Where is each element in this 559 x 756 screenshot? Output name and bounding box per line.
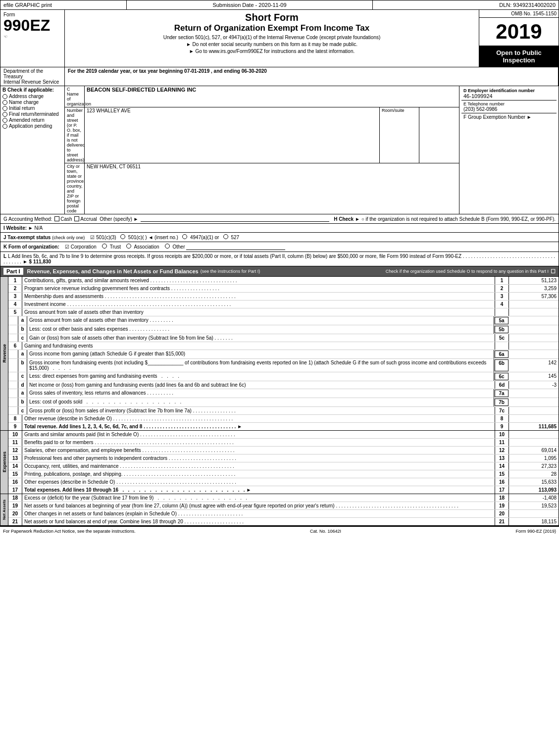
- website-row: I Website: ► N/A: [0, 224, 559, 233]
- row-3-desc: Membership dues and assessments . . . . …: [22, 293, 495, 300]
- row-1-num: 1: [8, 277, 22, 284]
- assoc-radio[interactable]: [126, 244, 131, 249]
- row-20: 20 Other changes in net assets or fund b…: [8, 510, 559, 518]
- row-7b-desc: Less: cost of goods sold . . . . . . . .…: [27, 398, 494, 406]
- row-6d-letter: d: [18, 381, 27, 389]
- row-6-spacer: [495, 342, 509, 350]
- address-field-label: Number and street (or P. O. box, if mail…: [65, 107, 85, 163]
- pending-radio[interactable]: [2, 124, 7, 129]
- ein-section: D Employer identification number 46-1099…: [461, 87, 557, 101]
- row-8-linenum: 8: [495, 415, 509, 422]
- page: efile GRAPHIC print Submission Date - 20…: [0, 0, 559, 756]
- check-items: Address charge Name charge Initial retur…: [2, 94, 62, 129]
- initial-radio[interactable]: [2, 106, 7, 111]
- trust-radio[interactable]: [102, 244, 107, 249]
- phone-section: E Telephone number (203) 562-0986: [461, 101, 557, 113]
- row-5b-letter: b: [18, 325, 27, 334]
- row-5-desc: Gross amount from sale of assets other t…: [22, 308, 495, 316]
- expenses-side-label: Expenses: [0, 431, 8, 494]
- row-4-amount: [509, 301, 559, 308]
- fgroup-arrow: ►: [527, 114, 532, 120]
- address-radio[interactable]: [2, 94, 7, 99]
- row-6b-letter: b: [18, 359, 27, 372]
- row-14-linenum: 14: [495, 462, 509, 470]
- row-9-linenum: 9: [495, 423, 509, 430]
- other-org-radio[interactable]: [165, 244, 170, 249]
- row-5-main: 5 Gross amount from sale of assets other…: [8, 308, 559, 316]
- row-5b: b Less: cost or other basis and sales ex…: [8, 325, 559, 334]
- row-5c-amount: [509, 334, 559, 342]
- footer: For Paperwork Reduction Act Notice, see …: [0, 526, 559, 536]
- row-5c-linenum: 5c: [495, 334, 509, 342]
- org-name-value: BEACON SELF-DIRECTED LEARNING INC: [85, 86, 459, 107]
- row-8-amount: [509, 415, 559, 422]
- tax-501c: 501(c)( ) ◄ (insert no.): [128, 235, 181, 240]
- row-13-desc: Professional fees and other payments to …: [22, 454, 495, 462]
- row-7b-letter: b: [18, 398, 27, 406]
- accrual-checkbox[interactable]: [74, 216, 79, 221]
- tax-527-radio[interactable]: [223, 234, 228, 239]
- amended-radio[interactable]: [2, 118, 7, 123]
- org-name-row: C Name of organization BEACON SELF-DIREC…: [65, 86, 459, 107]
- row-5b-amount: [509, 325, 559, 334]
- phone-value: (203) 562-0986: [463, 106, 555, 112]
- tax-row: J Tax-exempt status (check only one) ☑ 5…: [0, 233, 559, 242]
- tax-4947-radio[interactable]: [182, 234, 187, 239]
- row-5a-amount: [509, 316, 559, 325]
- row-19-num: 19: [8, 502, 22, 509]
- ein-label: D Employer identification number: [463, 88, 555, 93]
- row-5a: a Gross amount from sale of assets other…: [8, 316, 559, 325]
- row-21-linenum: 21: [495, 518, 509, 525]
- row-5c-indent: [8, 334, 18, 342]
- submission-date: Submission Date - 2020-11-09: [127, 0, 373, 9]
- row-20-desc: Other changes in net assets or fund bala…: [22, 510, 495, 517]
- row-13-num: 13: [8, 454, 22, 462]
- row-15-num: 15: [8, 470, 22, 478]
- row-8-desc: Other revenue (describe in Schedule O) .…: [22, 415, 495, 422]
- row-6c-indent: [8, 372, 18, 381]
- row-17-amount: 113,093: [509, 486, 559, 494]
- cash-checkbox[interactable]: [54, 216, 59, 221]
- row-7a: a Gross sales of inventory, less returns…: [8, 389, 559, 398]
- row-7a-amount: [509, 389, 559, 398]
- accrual-label: Accrual: [80, 216, 97, 222]
- ein-value: 46-1099924: [463, 93, 555, 99]
- dept-row: Department of the Treasury Internal Reve…: [0, 67, 559, 86]
- form-number-col: Form 990EZ ☜: [0, 10, 65, 67]
- fgroup-label: F Group Exemption Number: [463, 114, 525, 120]
- row-4-desc: Investment income . . . . . . . . . . . …: [22, 301, 495, 308]
- row-7b-amount: [509, 398, 559, 406]
- row-18-linenum: 18: [495, 494, 509, 502]
- row-6-amount: [509, 342, 559, 350]
- row-12-desc: Salaries, other compensation, and employ…: [22, 447, 495, 454]
- org-details-col: C Name of organization BEACON SELF-DIREC…: [65, 86, 459, 214]
- name-radio[interactable]: [2, 100, 7, 105]
- city-label: City or town, state or province, country…: [65, 163, 85, 214]
- row-16-linenum: 16: [495, 478, 509, 486]
- row-13: 13 Professional fees and other payments …: [8, 454, 559, 462]
- row-11-amount: [509, 439, 559, 446]
- revenue-rows: 1 Contributions, gifts, grants, and simi…: [8, 277, 559, 430]
- row-10-num: 10: [8, 431, 22, 438]
- check-section: B Check if applicable: Address charge Na…: [0, 86, 559, 214]
- row-5-num: 5: [8, 308, 22, 316]
- part-i-checkbox[interactable]: ☐: [551, 268, 556, 275]
- row-14-desc: Occupancy, rent, utilities, and maintena…: [22, 462, 495, 470]
- row-9: 9 Total revenue. Add lines 1, 2, 3, 4, 5…: [8, 423, 559, 430]
- final-radio[interactable]: [2, 112, 7, 117]
- row-11: 11 Benefits paid to or for members . . .…: [8, 439, 559, 447]
- schedule-o-note: Check if the organization used Schedule …: [386, 269, 549, 274]
- pending-label: Application pending: [9, 123, 52, 129]
- tax-501c3: ☑ 501(c)(3): [90, 235, 116, 240]
- row-7b-box: 7b: [495, 399, 508, 406]
- paperwork-notice: For Paperwork Reduction Act Notice, see …: [3, 529, 136, 534]
- row-5a-desc: Gross amount from sale of assets other t…: [27, 316, 494, 325]
- expenses-label: Expenses: [2, 452, 7, 472]
- tax-501c-radio[interactable]: [120, 234, 125, 239]
- row-2-linenum: 2: [495, 285, 509, 292]
- row-7c-amount: [509, 407, 559, 414]
- phone-label: E Telephone number: [463, 101, 555, 106]
- name-label: Name charge: [9, 100, 39, 105]
- k-label: K Form of organization:: [3, 244, 59, 250]
- j-note: (check only one): [52, 235, 85, 240]
